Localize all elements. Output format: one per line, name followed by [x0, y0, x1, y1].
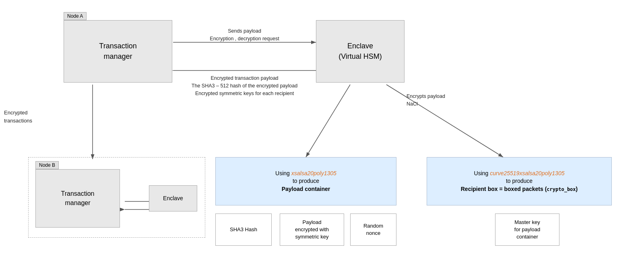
- enclave-node-b: Enclave: [149, 185, 197, 211]
- sha3-hash-box: SHA3 Hash: [215, 214, 272, 246]
- encrypted-transactions-label: Encryptedtransactions: [4, 109, 56, 124]
- encrypts-payload-label: Encrypts payloadNaCl: [407, 93, 459, 108]
- recipient-box: Using curve25519xsalsa20poly1305 to prod…: [427, 157, 612, 205]
- transaction-manager-node-b: Transactionmanager: [35, 169, 120, 228]
- curve25519-algo: curve25519xsalsa20poly1305: [490, 170, 564, 176]
- diagram: Node A Transactionmanager Enclave(Virtua…: [0, 0, 644, 255]
- node-a-label: Node A: [64, 12, 87, 20]
- enclave-node-a: Enclave(Virtual HSM): [316, 20, 405, 83]
- transaction-manager-node-a: Transactionmanager: [64, 20, 172, 83]
- node-b-label: Node B: [35, 161, 59, 169]
- payload-container-box: Using xsalsa20poly1305 to produce Payloa…: [215, 157, 396, 205]
- payload-encrypted-box: Payloadencrypted withsymmetric key: [280, 214, 344, 246]
- encrypted-payload-label: Encrypted transaction payload The SHA3 –…: [173, 75, 316, 97]
- sends-payload-label: Sends payload Encryption , decryption re…: [173, 27, 316, 43]
- random-nonce-box: Randomnonce: [350, 214, 396, 246]
- master-key-box: Master keyfor payloadcontainer: [495, 214, 559, 246]
- xsalsa-algo: xsalsa20poly1305: [291, 170, 336, 176]
